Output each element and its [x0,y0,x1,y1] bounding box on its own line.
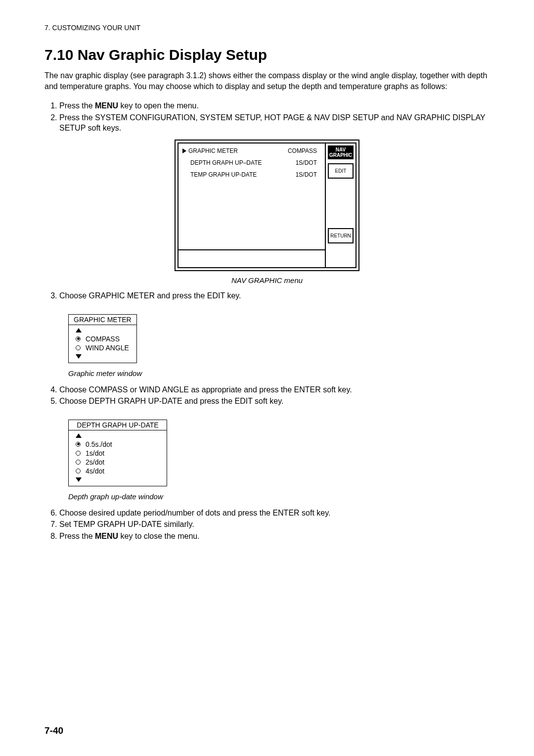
steps-list-b: Choose GRAPHIC METER and press the EDIT … [44,290,490,301]
radio-icon [76,469,81,473]
step-4: Choose COMPASS or WIND ANGLE as appropri… [59,384,490,395]
radio-selected-icon [76,336,81,341]
intro-text: The nav graphic display (see paragraph 3… [44,70,490,92]
option-compass[interactable]: COMPASS [76,335,132,343]
page-number: 7-40 [44,725,63,736]
nav-figure-caption: NAV GRAPHIC menu [231,276,303,284]
page-heading: 7.10 Nav Graphic Display Setup [44,47,490,63]
steps-list-a: Press the MENU key to open the menu. Pre… [44,100,490,134]
step-1: Press the MENU key to open the menu. [59,100,490,111]
nav-graphic-figure: GRAPHIC METER COMPASS DEPTH GRAPH UP–DAT… [44,140,490,284]
step-2: Press the SYSTEM CONFIGURATION, SYSTEM S… [59,112,490,134]
step-7: Set TEMP GRAPH UP-DATE similarly. [59,519,490,530]
step-5: Choose DEPTH GRAPH UP-DATE and press the… [59,396,490,407]
option-wind-angle[interactable]: WIND ANGLE [76,344,132,352]
steps-list-d: Choose desired update period/number of d… [44,508,490,542]
option-05s[interactable]: 0.5s./dot [76,440,162,448]
arrow-up-icon [76,328,82,332]
step-6: Choose desired update period/number of d… [59,508,490,519]
arrow-down-icon [76,477,82,482]
cursor-icon [182,148,186,153]
radio-icon [76,451,81,456]
option-4s[interactable]: 4s/dot [76,467,162,475]
radio-icon [76,345,81,350]
option-2s[interactable]: 2s/dot [76,458,162,466]
depth-window-caption: Depth graph up-date window [68,492,490,501]
steps-list-c: Choose COMPASS or WIND ANGLE as appropri… [44,384,490,407]
graphic-meter-caption: Graphic meter window [68,369,490,378]
softkey-column: NAV GRAPHIC EDIT RETURN [326,142,356,268]
radio-selected-icon [76,442,81,447]
radio-icon [76,460,81,465]
arrow-down-icon [76,354,82,359]
edit-softkey[interactable]: EDIT [328,163,354,179]
nav-list-box: GRAPHIC METER COMPASS DEPTH GRAPH UP–DAT… [178,142,326,250]
option-1s[interactable]: 1s/dot [76,449,162,457]
arrow-up-icon [76,433,82,438]
depth-window: DEPTH GRAPH UP-DATE 0.5s./dot 1s/dot 2s/… [68,420,167,486]
running-head: 7. CUSTOMIZING YOUR UNIT [44,24,490,32]
nav-bottom-strip [178,250,326,268]
step-3: Choose GRAPHIC METER and press the EDIT … [59,290,490,301]
softkey-title: NAV GRAPHIC [328,145,354,159]
return-softkey[interactable]: RETURN [328,228,354,243]
graphic-meter-window: GRAPHIC METER COMPASS WIND ANGLE [68,314,137,363]
step-8: Press the MENU key to close the menu. [59,531,490,542]
